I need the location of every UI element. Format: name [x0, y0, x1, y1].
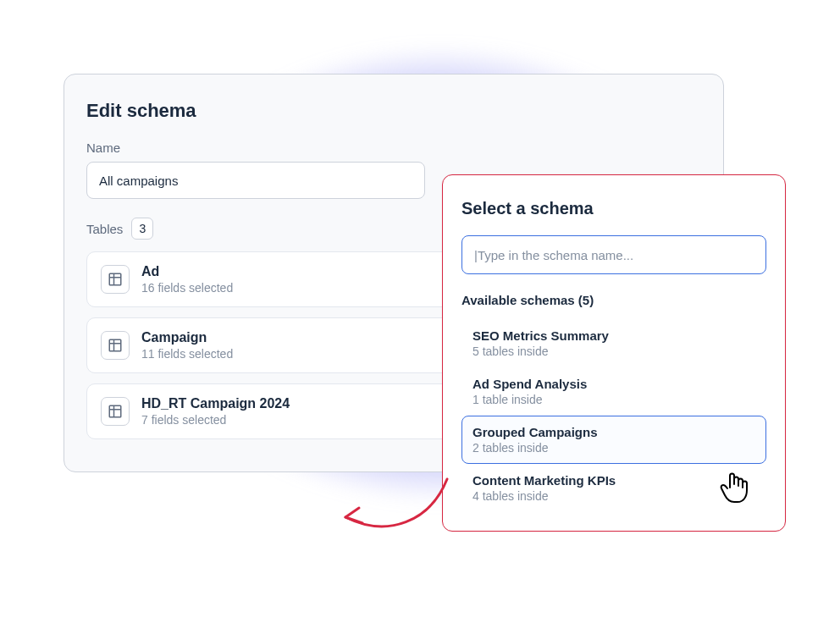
- edit-schema-title: Edit schema: [86, 100, 701, 122]
- schema-option-name: Grouped Campaigns: [472, 425, 755, 439]
- schema-option-sub: 1 table inside: [472, 393, 755, 406]
- schema-option[interactable]: Content Marketing KPIs 4 tables inside: [461, 464, 766, 512]
- table-icon: [101, 265, 130, 294]
- name-label: Name: [86, 141, 701, 155]
- tables-count-badge: 3: [131, 218, 153, 240]
- table-icon: [101, 397, 130, 426]
- schema-search-input[interactable]: [461, 235, 766, 274]
- available-schemas-label: Available schemas (5): [461, 293, 766, 307]
- schema-option-name: SEO Metrics Summary: [472, 328, 755, 343]
- table-name: Ad: [141, 264, 233, 279]
- schema-option-name: Content Marketing KPIs: [472, 473, 755, 488]
- table-fields-count: 7 fields selected: [141, 413, 290, 427]
- tables-label: Tables: [86, 222, 123, 236]
- svg-rect-6: [109, 405, 121, 417]
- schema-option-sub: 5 tables inside: [472, 345, 755, 358]
- schema-option-name: Ad Spend Analysis: [472, 377, 755, 391]
- schema-list: SEO Metrics Summary 5 tables inside Ad S…: [461, 319, 766, 512]
- svg-rect-0: [109, 273, 121, 285]
- select-schema-popup: Select a schema Available schemas (5) SE…: [442, 174, 786, 532]
- table-name: HD_RT Campaign 2024: [141, 396, 290, 411]
- table-fields-count: 16 fields selected: [141, 281, 233, 295]
- schema-option[interactable]: Grouped Campaigns 2 tables inside: [461, 416, 766, 464]
- svg-rect-3: [109, 339, 121, 351]
- schema-name-input[interactable]: [86, 162, 425, 199]
- schema-option-sub: 4 tables inside: [472, 489, 755, 503]
- schema-option[interactable]: SEO Metrics Summary 5 tables inside: [461, 319, 766, 367]
- schema-option-sub: 2 tables inside: [472, 441, 755, 455]
- schema-option[interactable]: Ad Spend Analysis 1 table inside: [461, 367, 766, 416]
- table-name: Campaign: [141, 330, 233, 345]
- table-fields-count: 11 fields selected: [141, 347, 233, 361]
- table-icon: [101, 331, 130, 360]
- select-schema-title: Select a schema: [461, 199, 766, 218]
